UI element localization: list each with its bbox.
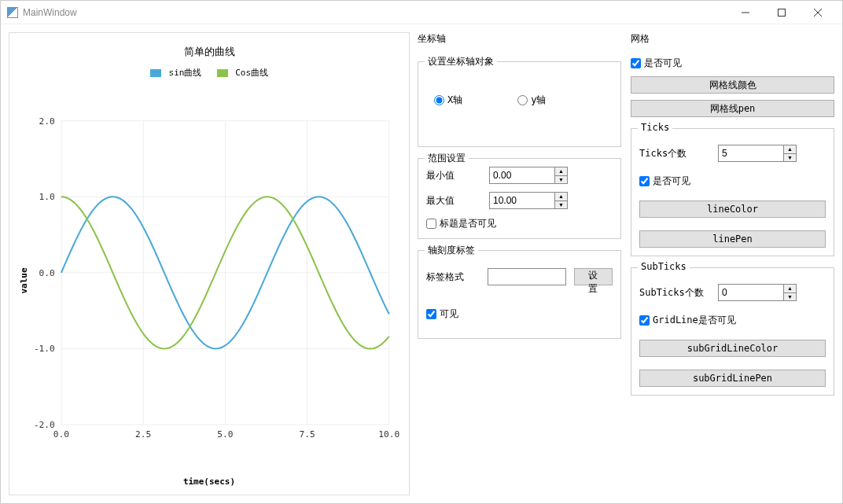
- ticks-group: Ticks Ticks个数 ▲ ▼: [631, 128, 834, 256]
- window-title: MainWindow: [23, 7, 727, 18]
- legend-item-cos: Cos曲线: [217, 67, 269, 79]
- range-group: 范围设置 最小值 ▲ ▼: [418, 158, 621, 239]
- line-color-button[interactable]: lineColor: [639, 200, 826, 218]
- max-label: 最大值: [426, 194, 481, 208]
- ticks-count-row: Ticks个数 ▲ ▼: [639, 145, 826, 162]
- subticks-count-row: SubTicks个数 ▲ ▼: [639, 284, 826, 301]
- max-row: 最大值 ▲ ▼: [426, 192, 613, 209]
- axis-section-title: 坐标轴: [418, 32, 621, 46]
- max-input[interactable]: [490, 193, 554, 208]
- min-row: 最小值 ▲ ▼: [426, 167, 613, 184]
- min-label: 最小值: [426, 169, 481, 182]
- subgrid-pen-button[interactable]: subGridLinePen: [639, 370, 826, 387]
- grid-visible-checkbox[interactable]: [631, 58, 641, 68]
- ticks-count-spinbox[interactable]: ▲ ▼: [718, 145, 797, 162]
- grid-section-title: 网格: [631, 32, 834, 46]
- grid-color-button[interactable]: 网格线颜色: [631, 76, 834, 94]
- title-visible-checkbox[interactable]: [426, 219, 436, 229]
- chart-title: 简单的曲线: [17, 45, 401, 59]
- max-down-button[interactable]: ▼: [555, 201, 567, 209]
- set-button[interactable]: 设置: [574, 268, 613, 285]
- label-format-row: 标签格式 设置: [426, 268, 613, 285]
- ticks-title: Ticks: [638, 122, 672, 133]
- content-area: 简单的曲线 sin曲线 Cos曲线 value 0.02.55.07.510.0…: [1, 24, 842, 503]
- chart-svg: 0.02.55.07.510.0-2.0-1.00.01.02.0: [17, 86, 401, 475]
- tick-label-group: 轴刻度标签 标签格式 设置 可见: [418, 250, 621, 339]
- subticks-count-spinbox[interactable]: ▲ ▼: [718, 284, 797, 301]
- subgrid-color-button[interactable]: subGridLineColor: [639, 340, 826, 357]
- svg-text:2.5: 2.5: [135, 429, 151, 440]
- subticks-group: SubTicks SubTicks个数 ▲ ▼: [631, 267, 834, 395]
- subticks-down-button[interactable]: ▼: [784, 293, 796, 301]
- gridline-visible-check[interactable]: GridLine是否可见: [639, 314, 826, 327]
- ticks-visible-check[interactable]: 是否可见: [639, 175, 826, 188]
- range-title: 范围设置: [425, 152, 469, 165]
- ticks-count-input[interactable]: [719, 145, 783, 161]
- svg-text:7.5: 7.5: [299, 429, 315, 440]
- axis-target-group: 设置坐标轴对象 X轴 y轴: [418, 61, 621, 147]
- app-icon: [7, 7, 18, 18]
- chart-panel: 简单的曲线 sin曲线 Cos曲线 value 0.02.55.07.510.0…: [9, 32, 410, 495]
- min-spinbox[interactable]: ▲ ▼: [489, 167, 568, 184]
- minimize-button[interactable]: [727, 2, 764, 24]
- legend-item-sin: sin曲线: [150, 67, 202, 79]
- gridline-visible-checkbox[interactable]: [639, 315, 650, 326]
- control-panel: 坐标轴 设置坐标轴对象 X轴 y轴: [418, 32, 834, 495]
- min-down-button[interactable]: ▼: [555, 176, 567, 184]
- title-visible-check[interactable]: 标题是否可见: [426, 217, 613, 230]
- titlebar: MainWindow: [1, 1, 842, 24]
- min-input[interactable]: [490, 167, 554, 183]
- grid-column: 网格 是否可见 网格线颜色 网格线pen Ticks Ticks个数: [631, 32, 834, 495]
- svg-text:1.0: 1.0: [39, 192, 55, 202]
- main-window: MainWindow 简单的曲线 sin曲线 Cos曲线 value: [0, 0, 843, 504]
- y-axis-radio[interactable]: y轴: [517, 94, 546, 107]
- grid-visible-check[interactable]: 是否可见: [631, 57, 834, 70]
- chart-plot-area: value 0.02.55.07.510.0-2.0-1.00.01.02.0: [17, 86, 401, 475]
- y-axis-label: value: [19, 267, 29, 293]
- label-format-input[interactable]: [488, 268, 566, 285]
- x-axis-label: time(secs): [17, 476, 401, 487]
- x-axis-radio[interactable]: X轴: [434, 94, 462, 107]
- axis-column: 坐标轴 设置坐标轴对象 X轴 y轴: [418, 32, 621, 495]
- svg-text:0.0: 0.0: [53, 429, 69, 440]
- close-button[interactable]: [800, 2, 836, 24]
- grid-pen-button[interactable]: 网格线pen: [631, 100, 834, 117]
- subticks-title: SubTicks: [638, 261, 690, 272]
- legend-swatch-cos: [217, 69, 228, 77]
- subticks-count-input[interactable]: [719, 285, 783, 300]
- min-up-button[interactable]: ▲: [555, 167, 567, 176]
- line-pen-button[interactable]: linePen: [639, 230, 826, 248]
- svg-text:-2.0: -2.0: [34, 420, 55, 430]
- tick-visible-check[interactable]: 可见: [426, 307, 613, 321]
- svg-rect-1: [779, 9, 786, 16]
- svg-text:-1.0: -1.0: [34, 344, 55, 354]
- svg-text:2.0: 2.0: [39, 116, 55, 127]
- chart-legend: sin曲线 Cos曲线: [17, 67, 401, 79]
- y-axis-radio-input[interactable]: [517, 95, 528, 105]
- tick-label-title: 轴刻度标签: [425, 244, 478, 257]
- svg-text:0.0: 0.0: [39, 268, 55, 278]
- axis-target-title: 设置坐标轴对象: [425, 55, 497, 68]
- label-format-label: 标签格式: [426, 270, 480, 284]
- subticks-up-button[interactable]: ▲: [784, 285, 796, 293]
- subticks-count-label: SubTicks个数: [639, 286, 710, 300]
- ticks-count-label: Ticks个数: [639, 147, 710, 160]
- ticks-up-button[interactable]: ▲: [784, 145, 796, 154]
- window-controls: [727, 2, 836, 24]
- legend-swatch-sin: [150, 69, 161, 77]
- tick-visible-checkbox[interactable]: [426, 309, 436, 319]
- ticks-visible-checkbox[interactable]: [639, 176, 650, 186]
- max-spinbox[interactable]: ▲ ▼: [489, 192, 568, 209]
- x-axis-radio-input[interactable]: [434, 95, 444, 105]
- max-up-button[interactable]: ▲: [555, 193, 567, 201]
- svg-text:5.0: 5.0: [217, 429, 233, 440]
- svg-text:10.0: 10.0: [378, 429, 399, 440]
- axis-radio-group: X轴 y轴: [426, 70, 613, 138]
- ticks-down-button[interactable]: ▼: [784, 154, 796, 162]
- maximize-button[interactable]: [764, 2, 800, 24]
